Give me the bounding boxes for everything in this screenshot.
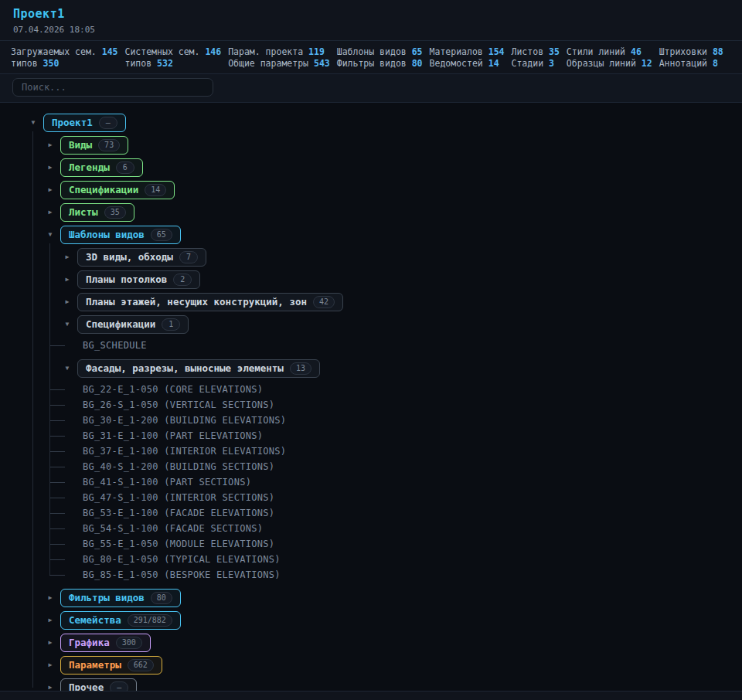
tree-leaf-row[interactable]: BG_85-E_1-050 (BESPOKE ELEVATIONS) — [0, 567, 742, 583]
tree-node[interactable]: Спецификации14 — [60, 181, 175, 199]
tree-leaf-label[interactable]: BG_85-E_1-050 (BESPOKE ELEVATIONS) — [83, 569, 281, 580]
tree-leaf-label[interactable]: BG_53-E_1-100 (FACADE ELEVATIONS) — [83, 508, 274, 518]
expand-arrow-icon[interactable]: ▶ — [63, 276, 72, 283]
tree-node[interactable]: Параметры662 — [60, 656, 162, 675]
expand-arrow-icon[interactable]: ▶ — [46, 209, 55, 216]
tree-node[interactable]: Шаблоны видов65 — [60, 226, 181, 244]
stat-line: типов 350 — [11, 58, 118, 69]
stat-value: 12 — [642, 58, 652, 69]
tree-node[interactable]: Спецификации1 — [77, 315, 189, 334]
tree-leaf-row[interactable]: BG_40-S_1-200 (BUILDING SECTIONS) — [0, 459, 742, 474]
tree-node-row[interactable]: ▶Планы потолков2 — [0, 268, 742, 291]
tree-leaf-row[interactable]: BG_SCHEDULE — [0, 338, 742, 353]
tree-leaf-connector — [49, 559, 65, 560]
tree-node-row[interactable]: ▶Виды73 — [0, 134, 742, 156]
stat-line: Штриховки 88 — [659, 46, 723, 57]
tree-leaf-row[interactable]: BG_22-E_1-050 (CORE ELEVATIONS) — [0, 382, 742, 397]
search-input[interactable] — [12, 78, 213, 97]
tree-node[interactable]: Фасады, разрезы, выносные элементы13 — [77, 359, 320, 378]
tree-guide-line — [32, 131, 33, 688]
expand-arrow-icon[interactable]: ▶ — [46, 141, 55, 148]
tree-leaf-row[interactable]: BG_54-S_1-100 (FACADE SECTIONS) — [0, 521, 742, 536]
tree-node-row[interactable]: ▼Шаблоны видов65 — [0, 223, 742, 246]
tree-leaf-row[interactable]: BG_55-E_1-050 (MODULE ELEVATIONS) — [0, 536, 742, 552]
tree-leaf-label[interactable]: BG_80-E_1-050 (TYPICAL ELEVATIONS) — [83, 554, 281, 565]
tree-node-row[interactable]: ▼Фасады, разрезы, выносные элементы13 — [0, 357, 742, 379]
tree-node-label: Виды — [69, 139, 92, 151]
tree-node-row[interactable]: ▶Прочее— — [0, 676, 742, 691]
tree-node-row[interactable]: ▼Спецификации1 — [0, 313, 742, 335]
stat-label: Штриховки — [659, 46, 707, 57]
tree-node[interactable]: 3D виды, обходы7 — [77, 248, 206, 267]
tree-leaf-row[interactable]: BG_47-S_1-100 (INTERIOR SECTIONS) — [0, 490, 742, 505]
tree-leaf-label[interactable]: BG_26-S_1-050 (VERTICAL SECTIONS) — [83, 399, 274, 410]
expand-arrow-icon[interactable]: ▶ — [46, 594, 55, 601]
expand-arrow-icon[interactable]: ▶ — [63, 253, 72, 260]
collapse-arrow-icon[interactable]: ▼ — [46, 231, 55, 238]
tree-node-label: Спецификации — [86, 318, 155, 331]
tree-leaf-connector — [49, 498, 65, 498]
tree-leaf-label[interactable]: BG_30-E_1-200 (BUILDING ELEVATIONS) — [83, 415, 286, 426]
tree-node-row[interactable]: ▶Легенды6 — [0, 156, 742, 178]
expand-arrow-icon[interactable]: ▶ — [46, 684, 55, 691]
tree-leaf-row[interactable]: BG_26-S_1-050 (VERTICAL SECTIONS) — [0, 397, 742, 413]
tree-node-row[interactable]: ▶Листы35 — [0, 201, 742, 223]
stat-value: 8 — [713, 58, 718, 69]
expand-arrow-icon[interactable]: ▶ — [46, 639, 55, 646]
expand-arrow-icon[interactable]: ▶ — [46, 661, 55, 668]
tree-node-label: Планы этажей, несущих конструкций, зон — [86, 296, 307, 308]
tree-leaf-label[interactable]: BG_37-E_1-100 (INTERIOR ELEVATIONS) — [83, 446, 286, 457]
tree-node-row[interactable]: ▼Проект1— — [0, 111, 742, 134]
tree-leaf-connector — [49, 436, 65, 437]
tree-node-row[interactable]: ▶Семейства291/882 — [0, 609, 742, 631]
tree-leaf-label[interactable]: BG_40-S_1-200 (BUILDING SECTIONS) — [83, 461, 274, 472]
tree-node[interactable]: Легенды6 — [60, 158, 143, 177]
tree-node-row[interactable]: ▶Планы этажей, несущих конструкций, зон4… — [0, 291, 742, 313]
tree-leaf-row[interactable]: BG_30-E_1-200 (BUILDING ELEVATIONS) — [0, 413, 742, 428]
stat-value: 350 — [43, 58, 60, 69]
tree-leaf-row[interactable]: BG_53-E_1-100 (FACADE ELEVATIONS) — [0, 505, 742, 521]
stat-value: 532 — [157, 58, 173, 69]
node-count-badge: 42 — [313, 296, 335, 308]
tree-leaf-label[interactable]: BG_55-E_1-050 (MODULE ELEVATIONS) — [83, 539, 274, 549]
tree-node[interactable]: Листы35 — [60, 203, 134, 222]
expand-arrow-icon[interactable]: ▶ — [46, 186, 55, 193]
tree-node-label: Фасады, разрезы, выносные элементы — [86, 362, 284, 375]
tree-leaf-row[interactable]: BG_80-E_1-050 (TYPICAL ELEVATIONS) — [0, 552, 742, 567]
tree-node[interactable]: Семейства291/882 — [60, 611, 181, 630]
tree-leaf-row[interactable]: BG_31-E_1-100 (PART ELEVATIONS) — [0, 428, 742, 443]
tree-node-row[interactable]: ▶Параметры662 — [0, 654, 742, 676]
tree-leaf-label[interactable]: BG_SCHEDULE — [83, 340, 147, 351]
tree-node-row[interactable]: ▶3D виды, обходы7 — [0, 246, 742, 268]
tree-leaf-connector — [49, 528, 65, 529]
tree-leaf-label[interactable]: BG_22-E_1-050 (CORE ELEVATIONS) — [83, 384, 263, 395]
node-count-badge: 6 — [116, 161, 134, 174]
tree-node[interactable]: Фильтры видов80 — [60, 589, 181, 607]
tree-node[interactable]: Планы этажей, несущих конструкций, зон42 — [77, 293, 343, 311]
tree-leaf-label[interactable]: BG_41-S_1-100 (PART SECTIONS) — [83, 477, 251, 488]
stat-line: Системных сем. 146 — [125, 46, 222, 57]
tree-node-row[interactable]: ▶Фильтры видов80 — [0, 586, 742, 609]
collapse-arrow-icon[interactable]: ▼ — [29, 119, 38, 126]
tree-node-row[interactable]: ▶Спецификации14 — [0, 178, 742, 201]
collapse-arrow-icon[interactable]: ▼ — [63, 365, 72, 372]
tree-leaf-label[interactable]: BG_31-E_1-100 (PART ELEVATIONS) — [83, 430, 263, 441]
tree-leaf-row[interactable]: BG_41-S_1-100 (PART SECTIONS) — [0, 474, 742, 490]
node-count-badge: 13 — [290, 362, 311, 375]
collapse-arrow-icon[interactable]: ▼ — [63, 321, 72, 328]
tree-leaf-label[interactable]: BG_54-S_1-100 (FACADE SECTIONS) — [83, 523, 263, 534]
tree-node-row[interactable]: ▶Графика300 — [0, 631, 742, 654]
expand-arrow-icon[interactable]: ▶ — [46, 617, 55, 624]
tree-leaf-row[interactable]: BG_37-E_1-100 (INTERIOR ELEVATIONS) — [0, 443, 742, 459]
app-window: Проект1 07.04.2026 18:05 Загружаемых сем… — [0, 0, 742, 700]
tree-node[interactable]: Проект1— — [43, 114, 126, 132]
tree-node[interactable]: Графика300 — [60, 634, 151, 652]
expand-arrow-icon[interactable]: ▶ — [63, 298, 72, 305]
tree-node[interactable]: Виды73 — [60, 136, 128, 155]
tree-node[interactable]: Планы потолков2 — [77, 270, 200, 289]
project-tree: ▼Проект1—▶Виды73▶Легенды6▶Спецификации14… — [0, 103, 742, 691]
stat-line: Образцы линий 12 — [567, 58, 652, 69]
tree-node[interactable]: Прочее— — [60, 678, 137, 692]
tree-leaf-label[interactable]: BG_47-S_1-100 (INTERIOR SECTIONS) — [83, 492, 274, 503]
expand-arrow-icon[interactable]: ▶ — [46, 164, 55, 171]
